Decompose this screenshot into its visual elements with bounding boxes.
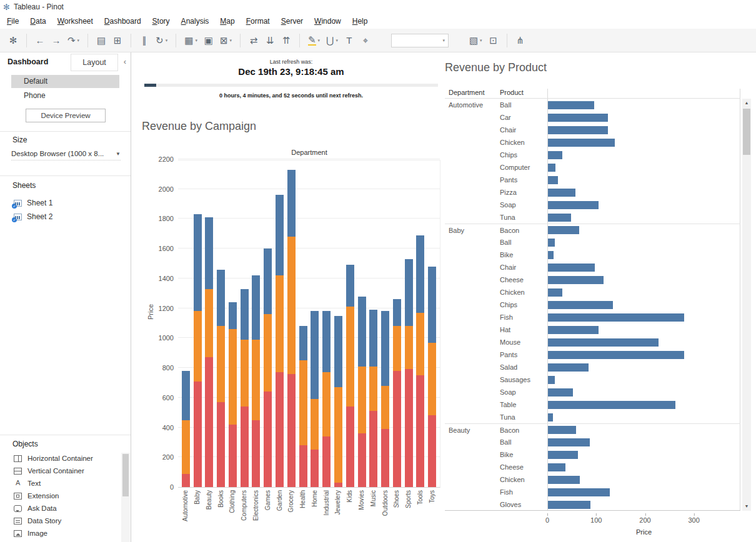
bar-segment-blue[interactable]	[241, 289, 249, 340]
bar-automotive-pizza[interactable]	[548, 189, 575, 197]
bar-segment-blue[interactable]	[252, 275, 260, 340]
stacked-bar-grocery[interactable]	[287, 170, 296, 487]
bar-segment-blue[interactable]	[287, 170, 296, 237]
bar-segment-blue[interactable]	[358, 297, 366, 367]
menu-window[interactable]: Window	[309, 15, 347, 27]
bar-baby-mouse[interactable]	[548, 338, 659, 347]
pin-button[interactable]: ⌖	[357, 32, 374, 49]
bar-segment-orange[interactable]	[311, 399, 319, 450]
stacked-bar-music[interactable]	[369, 310, 377, 487]
bar-baby-pants[interactable]	[548, 351, 684, 359]
menu-format[interactable]: Format	[241, 15, 276, 27]
bar-segment-orange[interactable]	[405, 326, 413, 369]
bar-beauty-chicken[interactable]	[548, 476, 580, 484]
bar-segment-blue[interactable]	[264, 249, 272, 314]
bar-beauty-cheese[interactable]	[548, 463, 565, 471]
menu-help[interactable]: Help	[347, 15, 374, 27]
device-preview-button[interactable]: Device Preview	[26, 109, 106, 122]
bar-segment-red[interactable]	[217, 402, 225, 487]
stacked-bar-outdoors[interactable]	[381, 311, 389, 487]
stacked-bar-health[interactable]	[299, 326, 307, 487]
fit-select[interactable]: ▾	[391, 34, 449, 47]
save-button[interactable]: ▤	[93, 32, 109, 49]
bar-segment-red[interactable]	[358, 433, 366, 487]
bar-baby-bike[interactable]	[548, 251, 554, 259]
bar-segment-red[interactable]	[264, 392, 272, 487]
menu-file[interactable]: File	[1, 15, 24, 27]
menu-map[interactable]: Map	[214, 15, 240, 27]
tab-layout[interactable]: Layout	[71, 54, 118, 71]
bar-segment-orange[interactable]	[334, 387, 342, 483]
bar-baby-soap[interactable]	[548, 388, 573, 397]
bar-baby-ball[interactable]	[548, 239, 555, 247]
bar-segment-orange[interactable]	[381, 386, 389, 429]
bar-segment-orange[interactable]	[194, 311, 202, 381]
bar-segment-orange[interactable]	[205, 289, 213, 358]
forward-button[interactable]: →	[48, 32, 64, 49]
bar-segment-blue[interactable]	[346, 265, 354, 307]
new-worksheet-button[interactable]: ▦▾	[181, 32, 201, 49]
objects-scrollbar[interactable]	[121, 453, 130, 542]
stacked-bar-electronics[interactable]	[252, 275, 260, 487]
presentation-mode-button[interactable]: ⊡	[485, 32, 502, 49]
bar-baby-cheese[interactable]	[548, 276, 604, 284]
bar-baby-bacon[interactable]	[548, 226, 579, 234]
bar-automotive-computer[interactable]	[548, 164, 555, 172]
object-item-horizontal-container[interactable]: Horizontal Container	[0, 452, 131, 465]
bar-segment-orange[interactable]	[369, 367, 377, 411]
bar-segment-blue[interactable]	[182, 371, 190, 420]
bar-baby-sausages[interactable]	[548, 376, 555, 384]
attachment-button[interactable]: ⋃▾	[323, 32, 341, 49]
tableau-logo-button[interactable]: ✻	[5, 32, 21, 49]
sort-descending-button[interactable]: ⇈	[278, 32, 294, 49]
bar-automotive-car[interactable]	[548, 114, 608, 122]
bar-segment-orange[interactable]	[322, 372, 331, 436]
bar-segment-red[interactable]	[299, 445, 307, 487]
object-item-extension[interactable]: Extension	[0, 490, 131, 502]
bar-segment-blue[interactable]	[229, 302, 237, 329]
bar-automotive-chair[interactable]	[548, 126, 608, 134]
stacked-bar-shoes[interactable]	[393, 299, 401, 487]
bar-segment-orange[interactable]	[241, 340, 249, 406]
scroll-down-icon[interactable]: ▼	[742, 502, 751, 511]
run-update-button[interactable]: ↻▾	[152, 32, 171, 49]
bar-segment-red[interactable]	[322, 436, 331, 487]
sheet-item-sheet-1[interactable]: ✓Sheet 1	[0, 196, 131, 210]
bar-segment-orange[interactable]	[358, 367, 366, 433]
bar-segment-orange[interactable]	[182, 420, 190, 474]
menu-worksheet[interactable]: Worksheet	[52, 15, 99, 27]
bar-automotive-ball[interactable]	[548, 101, 594, 109]
bar-segment-blue[interactable]	[322, 311, 331, 372]
menu-dashboard[interactable]: Dashboard	[99, 15, 147, 27]
bar-segment-orange[interactable]	[428, 343, 436, 416]
bar-segment-orange[interactable]	[299, 360, 307, 445]
swap-rows-columns-button[interactable]: ⇄	[246, 32, 262, 49]
bar-baby-chicken[interactable]	[548, 288, 562, 297]
bar-segment-red[interactable]	[205, 357, 213, 487]
scroll-up-icon[interactable]: ▲	[742, 99, 751, 107]
bar-segment-blue[interactable]	[405, 259, 413, 326]
clear-sheet-button[interactable]: ⊠▾	[217, 32, 235, 49]
bar-segment-blue[interactable]	[381, 311, 389, 385]
tab-dashboard[interactable]: Dashboard	[0, 52, 57, 71]
pause-auto-updates-button[interactable]: ∥	[136, 32, 152, 49]
stacked-bar-garden[interactable]	[276, 195, 284, 487]
bar-segment-orange[interactable]	[416, 313, 424, 375]
product-scrollbar-thumb[interactable]	[743, 109, 750, 155]
object-item-ask-data[interactable]: Ask Data	[0, 502, 131, 515]
bar-automotive-chips[interactable]	[548, 151, 562, 159]
bar-segment-red[interactable]	[194, 382, 202, 487]
bar-segment-red[interactable]	[287, 374, 296, 487]
redo-button[interactable]: ↷▾	[64, 32, 82, 49]
bar-segment-red[interactable]	[182, 474, 190, 487]
bar-segment-blue[interactable]	[428, 267, 436, 343]
bar-segment-blue[interactable]	[205, 217, 213, 289]
bar-segment-red[interactable]	[416, 375, 424, 487]
stacked-bar-sports[interactable]	[405, 259, 413, 487]
bar-baby-chair[interactable]	[548, 264, 595, 272]
bar-segment-orange[interactable]	[287, 237, 296, 374]
menu-data[interactable]: Data	[24, 15, 51, 27]
bar-segment-red[interactable]	[334, 483, 342, 487]
bar-segment-orange[interactable]	[393, 326, 401, 371]
duplicate-sheet-button[interactable]: ▣	[201, 32, 217, 49]
